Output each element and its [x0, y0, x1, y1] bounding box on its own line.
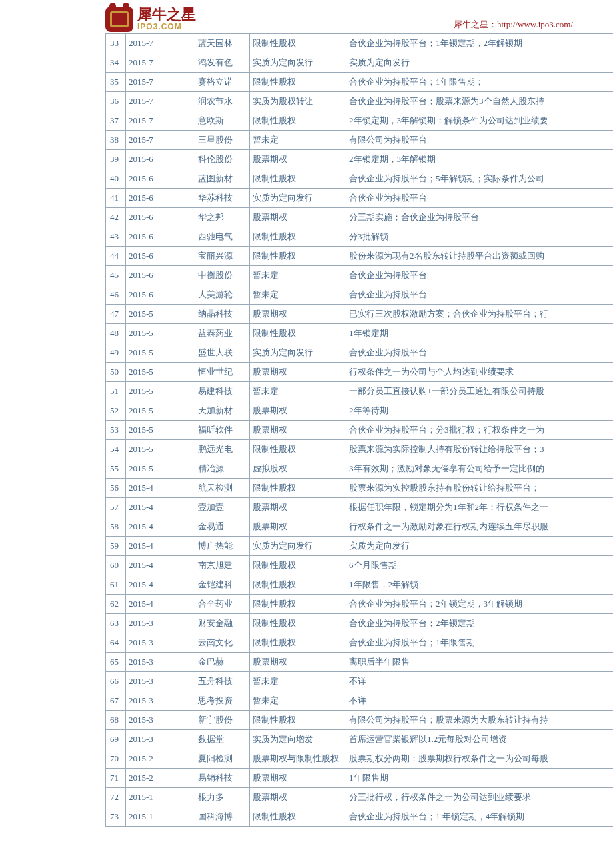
cell-no: 37: [106, 111, 126, 131]
cell-note: 合伙企业为持股平台；5年解锁期；实际条件为公司: [346, 169, 613, 189]
cell-date: 2015-3: [126, 653, 195, 672]
cell-no: 56: [106, 479, 126, 498]
cell-no: 51: [106, 382, 126, 401]
cell-note: 股份来源为现有2名股东转让持股平台出资额或回购: [346, 247, 613, 266]
cell-no: 55: [106, 459, 126, 479]
cell-note: 分3批解锁: [346, 227, 613, 247]
cell-type: 限制性股权: [250, 479, 346, 498]
cell-type: 实质为定向发行: [250, 343, 346, 363]
cell-no: 62: [106, 595, 126, 614]
table-row: 382015-7三星股份暂未定有限公司为持股平台: [106, 131, 613, 150]
cell-date: 2015-7: [126, 53, 195, 73]
table-row: 682015-3新宁股份限制性股权有限公司为持股平台；股票来源为大股东转让持有持: [106, 711, 613, 730]
page-header: 犀牛之星 IPO3.COM 犀牛之星：http://www.ipo3.com/: [105, 0, 613, 33]
cell-name: 根力多: [195, 788, 250, 807]
cell-note: 1年限售期: [346, 769, 613, 788]
cell-note: 合伙企业为持股平台；1年限售期: [346, 633, 613, 653]
cell-type: 股票期权: [250, 788, 346, 807]
cell-name: 易销科技: [195, 769, 250, 788]
cell-name: 数据堂: [195, 730, 250, 749]
cell-name: 意欧斯: [195, 111, 250, 131]
cell-no: 41: [106, 189, 126, 208]
cell-type: 实质为定向发行: [250, 189, 346, 208]
table-row: 642015-3云南文化限制性股权合伙企业为持股平台；1年限售期: [106, 633, 613, 653]
table-row: 572015-4壹加壹股票期权根据任职年限，锁定期分为1年和2年；行权条件之一: [106, 498, 613, 517]
table-row: 412015-6华苏科技实质为定向发行合伙企业为持股平台: [106, 189, 613, 208]
cell-type: 限制性股权: [250, 169, 346, 189]
cell-no: 33: [106, 34, 126, 53]
table-row: 702015-2夏阳检测股票期权与限制性股权股票期权分两期；股票期权行权条件之一…: [106, 749, 613, 769]
cell-no: 48: [106, 324, 126, 343]
cell-no: 46: [106, 285, 126, 305]
cell-no: 35: [106, 73, 126, 92]
cell-date: 2015-6: [126, 247, 195, 266]
table-row: 462015-6大美游轮暂未定合伙企业为持股平台: [106, 285, 613, 305]
cell-date: 2015-6: [126, 189, 195, 208]
cell-type: 暂未定: [250, 691, 346, 711]
cell-no: 43: [106, 227, 126, 247]
header-url: 犀牛之星：http://www.ipo3.com/: [454, 19, 573, 31]
cell-name: 国科海博: [195, 807, 250, 827]
cell-no: 68: [106, 711, 126, 730]
cell-date: 2015-4: [126, 479, 195, 498]
table-row: 402015-6蓝图新材限制性股权合伙企业为持股平台；5年解锁期；实际条件为公司: [106, 169, 613, 189]
cell-date: 2015-5: [126, 440, 195, 459]
table-row: 612015-4金铠建科限制性股权1年限售，2年解锁: [106, 575, 613, 595]
logo-icon: [105, 7, 133, 32]
cell-note: 合伙企业为持股平台: [346, 343, 613, 363]
cell-date: 2015-3: [126, 633, 195, 653]
cell-no: 47: [106, 305, 126, 324]
cell-type: 限制性股权: [250, 575, 346, 595]
table-row: 662015-3五舟科技暂未定不详: [106, 672, 613, 691]
cell-date: 2015-3: [126, 711, 195, 730]
cell-note: 3年有效期；激励对象无偿享有公司给予一定比例的: [346, 459, 613, 479]
cell-date: 2015-5: [126, 421, 195, 440]
cell-no: 57: [106, 498, 126, 517]
cell-date: 2015-3: [126, 614, 195, 633]
cell-note: 不详: [346, 691, 613, 711]
cell-date: 2015-5: [126, 324, 195, 343]
table-row: 332015-7蓝天园林限制性股权合伙企业为持股平台；1年锁定期，2年解锁期: [106, 34, 613, 53]
cell-name: 精冶源: [195, 459, 250, 479]
cell-type: 限制性股权: [250, 73, 346, 92]
cell-note: 1年锁定期: [346, 324, 613, 343]
table-row: 692015-3数据堂实质为定向增发首席运营官柴银辉以1.2元每股对公司增资: [106, 730, 613, 749]
cell-name: 鸿发有色: [195, 53, 250, 73]
table-row: 482015-5益泰药业限制性股权1年锁定期: [106, 324, 613, 343]
cell-name: 航天检测: [195, 479, 250, 498]
cell-type: 股票期权: [250, 498, 346, 517]
cell-date: 2015-3: [126, 672, 195, 691]
cell-note: 行权条件之一为激励对象在行权期内连续五年尽职服: [346, 517, 613, 537]
cell-type: 限制性股权: [250, 247, 346, 266]
cell-date: 2015-4: [126, 575, 195, 595]
cell-note: 合伙企业为持股平台: [346, 285, 613, 305]
cell-date: 2015-4: [126, 498, 195, 517]
cell-name: 科伦股份: [195, 150, 250, 169]
cell-date: 2015-4: [126, 517, 195, 537]
cell-no: 72: [106, 788, 126, 807]
cell-name: 赛格立诺: [195, 73, 250, 92]
table-row: 602015-4南京旭建限制性股权6个月限售期: [106, 556, 613, 575]
cell-name: 润农节水: [195, 92, 250, 111]
cell-note: 2年锁定期，3年解锁期；解锁条件为公司达到业绩要: [346, 111, 613, 131]
logo: 犀牛之星 IPO3.COM: [105, 7, 196, 32]
cell-name: 益泰药业: [195, 324, 250, 343]
cell-type: 实质为定向发行: [250, 53, 346, 73]
cell-no: 44: [106, 247, 126, 266]
cell-date: 2015-6: [126, 285, 195, 305]
cell-date: 2015-6: [126, 227, 195, 247]
table-row: 342015-7鸿发有色实质为定向发行实质为定向发行: [106, 53, 613, 73]
table-row: 422015-6华之邦股票期权分三期实施；合伙企业为持股平台: [106, 208, 613, 227]
cell-no: 50: [106, 363, 126, 382]
cell-note: 合伙企业为持股平台；1 年锁定期，4年解锁期: [346, 807, 613, 827]
cell-note: 6个月限售期: [346, 556, 613, 575]
cell-name: 纳晶科技: [195, 305, 250, 324]
cell-name: 宝丽兴源: [195, 247, 250, 266]
cell-type: 暂未定: [250, 285, 346, 305]
cell-no: 60: [106, 556, 126, 575]
cell-name: 蓝图新材: [195, 169, 250, 189]
cell-type: 限制性股权: [250, 324, 346, 343]
cell-no: 64: [106, 633, 126, 653]
cell-type: 暂未定: [250, 382, 346, 401]
table-row: 592015-4博广热能实质为定向发行实质为定向发行: [106, 537, 613, 556]
